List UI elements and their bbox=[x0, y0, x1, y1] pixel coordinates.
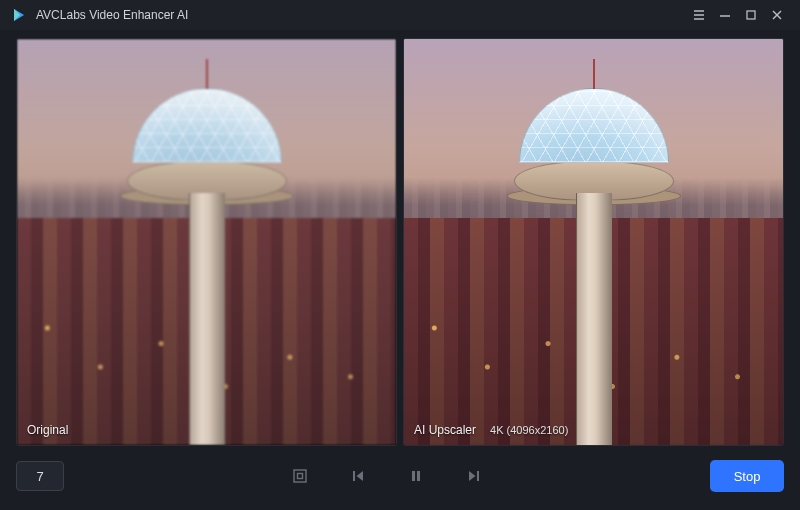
svg-marker-12 bbox=[357, 471, 364, 481]
preview-original-pane[interactable]: Original bbox=[16, 38, 397, 446]
svg-marker-15 bbox=[469, 471, 476, 481]
control-bar: 7 Stop bbox=[0, 452, 800, 510]
title-bar: AVCLabs Video Enhancer AI bbox=[0, 0, 800, 30]
svg-rect-13 bbox=[412, 471, 415, 481]
maximize-button[interactable] bbox=[738, 0, 764, 30]
playback-controls bbox=[74, 460, 700, 492]
upscaled-label: AI Upscaler bbox=[414, 423, 476, 437]
frame-number-value: 7 bbox=[36, 469, 43, 484]
svg-rect-16 bbox=[477, 471, 479, 481]
compare-toggle-button[interactable] bbox=[284, 460, 316, 492]
original-image bbox=[17, 39, 396, 445]
svg-rect-14 bbox=[417, 471, 420, 481]
preview-upscaled-pane[interactable]: AI Upscaler 4K (4096x2160) bbox=[403, 38, 784, 446]
app-logo-icon bbox=[10, 6, 28, 24]
svg-rect-6 bbox=[747, 11, 755, 19]
next-frame-button[interactable] bbox=[458, 460, 490, 492]
svg-rect-11 bbox=[353, 471, 355, 481]
upscaled-caption: AI Upscaler 4K (4096x2160) bbox=[414, 423, 568, 437]
svg-rect-9 bbox=[294, 470, 306, 482]
menu-button[interactable] bbox=[686, 0, 712, 30]
frame-number-field[interactable]: 7 bbox=[16, 461, 64, 491]
upscaled-image bbox=[404, 39, 783, 445]
pause-button[interactable] bbox=[400, 460, 432, 492]
preview-compare: Original AI Upscaler 4K (4096x2160) bbox=[0, 30, 800, 452]
upscaled-mode: 4K (4096x2160) bbox=[490, 424, 568, 436]
stop-button[interactable]: Stop bbox=[710, 460, 784, 492]
app-title: AVCLabs Video Enhancer AI bbox=[36, 8, 188, 22]
original-label: Original bbox=[27, 423, 68, 437]
svg-rect-10 bbox=[298, 474, 303, 479]
original-caption: Original bbox=[27, 423, 68, 437]
prev-frame-button[interactable] bbox=[342, 460, 374, 492]
stop-button-label: Stop bbox=[734, 469, 761, 484]
close-button[interactable] bbox=[764, 0, 790, 30]
minimize-button[interactable] bbox=[712, 0, 738, 30]
